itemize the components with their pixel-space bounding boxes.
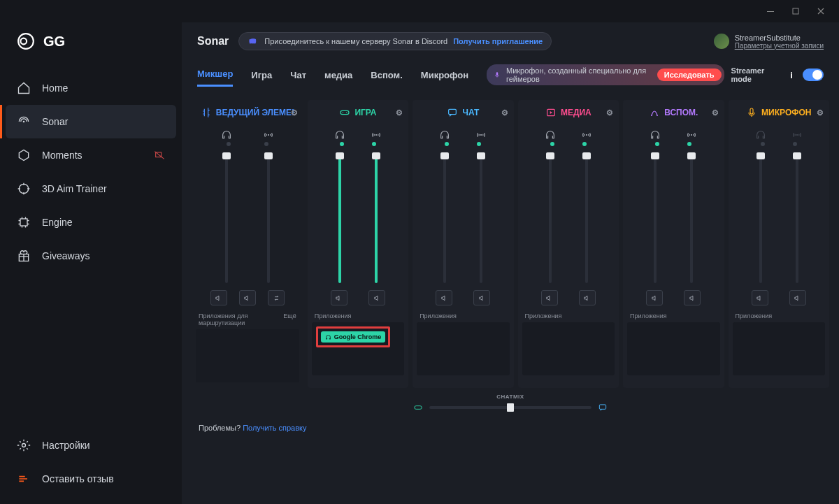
channel-icon — [545, 107, 557, 118]
chip-icon — [17, 215, 31, 229]
app-chip[interactable]: Google Chrome — [321, 331, 386, 343]
nav-3d-aim[interactable]: 3D Aim Trainer — [6, 172, 176, 206]
apps-box[interactable] — [196, 329, 299, 382]
headphone-icon[interactable] — [755, 129, 766, 141]
svg-rect-16 — [449, 109, 457, 114]
mute-button-2[interactable] — [684, 290, 701, 305]
headphone-icon[interactable] — [439, 129, 450, 141]
svg-rect-0 — [767, 11, 774, 12]
tab-game[interactable]: Игра — [251, 64, 272, 86]
volume-slider-2[interactable] — [267, 154, 270, 283]
footer: Проблемы? Получить справку — [182, 417, 839, 439]
mute-button-1[interactable] — [752, 290, 768, 305]
close-button[interactable] — [808, 1, 833, 21]
mute-button-1[interactable] — [210, 290, 227, 305]
apps-box[interactable] — [417, 322, 509, 375]
broadcast-icon[interactable] — [263, 129, 274, 141]
apps-box[interactable] — [733, 322, 825, 375]
nav-sonar[interactable]: Sonar — [6, 105, 176, 138]
volume-slider-2[interactable] — [690, 154, 693, 283]
steelseries-icon — [17, 32, 35, 50]
volume-slider-1[interactable] — [759, 154, 762, 283]
mute-button-2[interactable] — [579, 290, 596, 305]
main-panel: Sonar Присоединитесь к нашему серверу So… — [182, 22, 839, 504]
channel-header[interactable]: ИГРА ⚙ — [308, 100, 408, 127]
tab-chat[interactable]: Чат — [290, 64, 306, 86]
broadcast-icon[interactable] — [371, 129, 382, 141]
nav-home[interactable]: Home — [6, 71, 176, 105]
headphone-icon[interactable] — [545, 129, 556, 141]
chat-icon — [597, 403, 608, 412]
more-link[interactable]: Ещё — [283, 312, 296, 326]
discord-banner[interactable]: Присоединитесь к нашему серверу Sonar в … — [238, 32, 552, 50]
info-icon[interactable]: i — [787, 70, 796, 80]
tab-media[interactable]: медиа — [324, 64, 352, 86]
volume-slider-1[interactable] — [654, 154, 657, 283]
headphone-icon[interactable] — [334, 129, 345, 141]
headphone-icon[interactable] — [221, 129, 232, 141]
nav-engine[interactable]: Engine — [6, 206, 176, 239]
tab-mixer[interactable]: Микшер — [197, 63, 233, 87]
headphone-icon[interactable] — [650, 129, 661, 141]
chatmix-slider[interactable] — [429, 406, 591, 409]
volume-slider-1[interactable] — [338, 154, 341, 283]
mute-button-1[interactable] — [331, 290, 347, 305]
user-chip[interactable]: StreamerSubstitute Параметры учетной зап… — [714, 34, 824, 50]
volume-slider-1[interactable] — [225, 154, 228, 283]
channel-gear-icon[interactable]: ⚙ — [396, 108, 403, 117]
streamer-mode-toggle[interactable] — [803, 69, 824, 81]
tab-aux[interactable]: Вспом. — [371, 64, 402, 86]
channel-icon — [649, 107, 660, 118]
channel-header[interactable]: ЧАТ ⚙ — [413, 100, 513, 127]
promo-pill[interactable]: Микрофон, созданный специально для гейме… — [487, 64, 724, 85]
broadcast-icon[interactable] — [475, 129, 487, 141]
broadcast-icon[interactable] — [581, 129, 592, 141]
apps-box[interactable] — [627, 322, 719, 375]
channel-header[interactable]: ВЕДУЩИЙ ЭЛЕМЕ! ⚙ — [192, 100, 303, 127]
apps-box[interactable] — [522, 322, 615, 375]
volume-slider-2[interactable] — [480, 154, 482, 283]
channel-gear-icon[interactable]: ⚙ — [712, 108, 719, 117]
mute-button-2[interactable] — [368, 290, 385, 305]
broadcast-icon[interactable] — [686, 129, 697, 141]
volume-slider-1[interactable] — [549, 154, 552, 283]
channel-gear-icon[interactable]: ⚙ — [501, 108, 508, 117]
mute-row — [192, 283, 303, 308]
mute-button-2[interactable] — [239, 290, 256, 305]
user-settings-link[interactable]: Параметры учетной записи — [735, 42, 824, 50]
mute-button-2[interactable] — [789, 290, 806, 305]
volume-slider-1[interactable] — [443, 154, 446, 283]
channel-gear-icon[interactable]: ⚙ — [817, 108, 824, 117]
channel-gear-icon[interactable]: ⚙ — [291, 108, 298, 117]
discord-cta[interactable]: Получить приглашение — [453, 37, 543, 45]
promo-cta[interactable]: Исследовать — [657, 69, 722, 81]
volume-slider-2[interactable] — [585, 154, 588, 283]
nav-moments[interactable]: Moments — [6, 138, 176, 172]
broadcast-icon[interactable] — [791, 129, 803, 141]
tab-mic[interactable]: Микрофон — [421, 64, 468, 86]
sliders — [623, 150, 724, 283]
volume-slider-2[interactable] — [375, 154, 378, 283]
channel-header[interactable]: ВСПОМ. ⚙ — [623, 100, 724, 127]
main-nav: Home Sonar Moments 3D Aim Trainer Engine — [0, 67, 182, 424]
nav-giveaways[interactable]: Giveaways — [6, 239, 176, 273]
maximize-button[interactable] — [783, 1, 808, 21]
svg-rect-10 — [496, 72, 498, 75]
nav-label: Оставить отзыв — [42, 473, 114, 484]
help-link[interactable]: Получить справку — [243, 424, 306, 432]
mute-button-1[interactable] — [436, 290, 452, 305]
nav-feedback[interactable]: Оставить отзыв — [6, 462, 176, 496]
channel-gear-icon[interactable]: ⚙ — [606, 108, 613, 117]
channel-header[interactable]: МИКРОФОН ⚙ — [729, 100, 829, 127]
mute-row — [518, 283, 619, 308]
mute-button-1[interactable] — [541, 290, 558, 305]
mute-row — [729, 283, 829, 308]
minimize-button[interactable] — [758, 1, 783, 21]
apps-box[interactable]: Google Chrome — [312, 322, 404, 375]
mute-button-2[interactable] — [473, 290, 490, 305]
nav-settings[interactable]: Настройки — [6, 429, 176, 462]
swap-button[interactable] — [268, 290, 285, 305]
volume-slider-2[interactable] — [796, 154, 798, 283]
mute-button-1[interactable] — [646, 290, 663, 305]
channel-header[interactable]: МЕДИА ⚙ — [518, 100, 619, 127]
